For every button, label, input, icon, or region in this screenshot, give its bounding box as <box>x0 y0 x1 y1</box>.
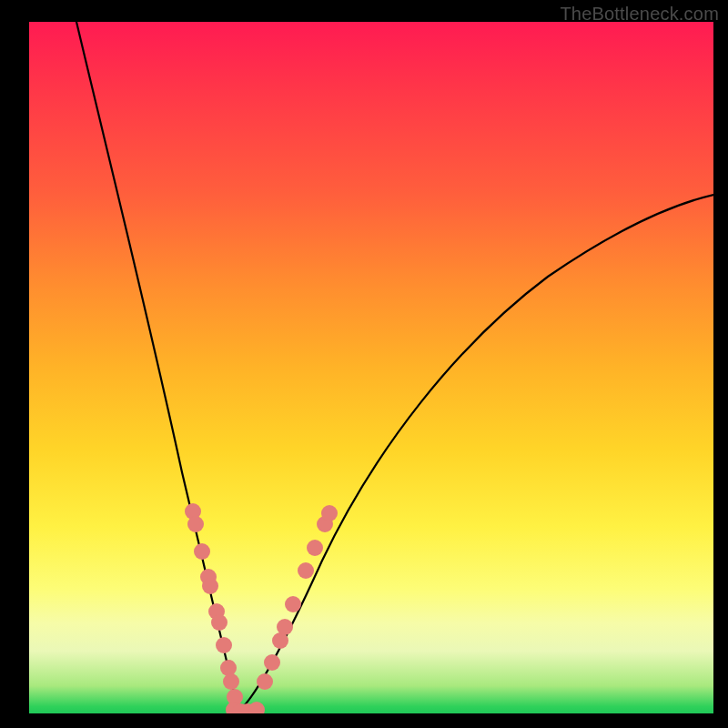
data-dot <box>307 540 323 556</box>
data-dot <box>285 596 301 612</box>
data-dot <box>211 614 228 631</box>
right-curve <box>239 195 713 711</box>
data-dot <box>264 654 280 671</box>
chart-svg <box>29 22 713 713</box>
watermark-text: TheBottleneck.com <box>560 4 719 25</box>
data-dot <box>257 673 273 690</box>
data-dot <box>248 702 265 713</box>
data-dot <box>220 660 237 676</box>
data-dot <box>223 673 239 690</box>
chart-frame: TheBottleneck.com <box>0 0 728 728</box>
data-dot <box>202 578 218 594</box>
data-dot <box>277 619 293 635</box>
data-dot <box>194 543 210 560</box>
data-dot <box>187 516 204 532</box>
data-dot <box>216 637 232 653</box>
data-dot <box>298 562 314 579</box>
data-dot <box>321 505 338 521</box>
plot-area <box>29 22 713 713</box>
